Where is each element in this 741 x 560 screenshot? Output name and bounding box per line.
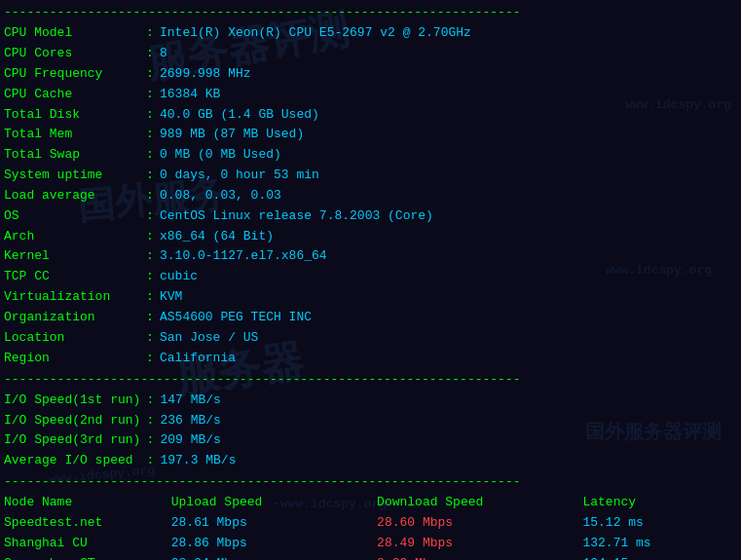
network-row: Speedtest.net 28.61 Mbps 28.60 Mbps 15.1… [4, 513, 737, 534]
sys-colon-12: : [140, 267, 160, 287]
net-latency-0: 15.12 ms [582, 513, 737, 534]
net-download-1: 28.49 Mbps [377, 534, 582, 554]
net-upload-1: 28.86 Mbps [171, 534, 377, 554]
io-info-row: I/O Speed(1st run) : 147 MB/s [4, 391, 737, 411]
sys-colon-14: : [140, 308, 160, 328]
system-info-row: Total Disk : 40.0 GB (1.4 GB Used) [4, 105, 737, 126]
io-info-row: Average I/O speed : 197.3 MB/s [4, 451, 737, 471]
net-latency-2: 194.15 ms [582, 554, 737, 560]
sys-colon-10: : [140, 227, 160, 247]
sys-colon-7: : [140, 166, 160, 186]
col-header-latency: Latency [582, 493, 737, 513]
divider-mid2: ----------------------------------------… [4, 473, 737, 491]
system-info-row: Organization : AS54600 PEG TECH INC [4, 308, 737, 328]
system-info-row: Load average : 0.08, 0.03, 0.03 [4, 186, 737, 206]
sys-label-8: Load average [4, 186, 140, 206]
sys-colon-9: : [140, 206, 160, 227]
divider-mid1: ----------------------------------------… [4, 371, 737, 389]
io-label-3: Average I/O speed [4, 451, 140, 471]
io-colon-2: : [140, 430, 160, 451]
io-colon-1: : [140, 411, 160, 431]
net-node-2: Guangzhou CT [4, 554, 171, 560]
sys-label-9: OS [4, 206, 140, 227]
system-info-row: Kernel : 3.10.0-1127.el7.x86_64 [4, 246, 737, 267]
system-info-table: CPU Model : Intel(R) Xeon(R) CPU E5-2697… [4, 23, 737, 368]
sys-colon-1: : [140, 44, 160, 64]
system-info-row: Total Swap : 0 MB (0 MB Used) [4, 145, 737, 166]
sys-label-16: Region [4, 349, 140, 369]
net-download-0: 28.60 Mbps [377, 513, 582, 534]
sys-value-8: 0.08, 0.03, 0.03 [160, 186, 737, 206]
sys-value-5: 989 MB (87 MB Used) [160, 125, 737, 145]
sys-value-3: 16384 KB [160, 85, 737, 105]
io-value-1: 236 MB/s [160, 411, 737, 431]
sys-value-0: Intel(R) Xeon(R) CPU E5-2697 v2 @ 2.70GH… [160, 23, 737, 44]
system-info-row: Virtualization : KVM [4, 287, 737, 308]
sys-value-11: 3.10.0-1127.el7.x86_64 [160, 246, 737, 267]
net-node-0: Speedtest.net [4, 513, 171, 534]
net-node-1: Shanghai CU [4, 534, 171, 554]
network-row: Guangzhou CT 28.94 Mbps 8.29 Mbps 194.15… [4, 554, 737, 560]
col-header-node: Node Name [4, 493, 171, 513]
sys-value-9: CentOS Linux release 7.8.2003 (Core) [160, 206, 737, 227]
sys-value-12: cubic [160, 267, 737, 287]
system-info-row: System uptime : 0 days, 0 hour 53 min [4, 166, 737, 186]
sys-colon-13: : [140, 287, 160, 308]
sys-colon-15: : [140, 328, 160, 349]
io-info-table: I/O Speed(1st run) : 147 MB/s I/O Speed(… [4, 391, 737, 471]
io-label-1: I/O Speed(2nd run) [4, 411, 140, 431]
divider-top: ----------------------------------------… [4, 4, 737, 21]
net-upload-2: 28.94 Mbps [171, 554, 377, 560]
system-info-row: CPU Cores : 8 [4, 44, 737, 64]
system-info-row: CPU Model : Intel(R) Xeon(R) CPU E5-2697… [4, 23, 737, 44]
io-info-row: I/O Speed(2nd run) : 236 MB/s [4, 411, 737, 431]
sys-label-4: Total Disk [4, 105, 140, 126]
system-info-row: Arch : x86_64 (64 Bit) [4, 227, 737, 247]
io-info-row: I/O Speed(3rd run) : 209 MB/s [4, 430, 737, 451]
io-value-0: 147 MB/s [160, 391, 737, 411]
sys-label-13: Virtualization [4, 287, 140, 308]
net-latency-1: 132.71 ms [582, 534, 737, 554]
io-label-0: I/O Speed(1st run) [4, 391, 140, 411]
sys-colon-2: : [140, 64, 160, 85]
sys-label-11: Kernel [4, 246, 140, 267]
system-info-row: TCP CC : cubic [4, 267, 737, 287]
sys-label-2: CPU Frequency [4, 64, 140, 85]
sys-value-16: California [160, 349, 737, 369]
main-container: ----------------------------------------… [0, 0, 741, 560]
sys-colon-6: : [140, 145, 160, 166]
network-header-row: Node Name Upload Speed Download Speed La… [4, 493, 737, 513]
sys-label-0: CPU Model [4, 23, 140, 44]
col-header-download: Download Speed [377, 493, 582, 513]
sys-label-1: CPU Cores [4, 44, 140, 64]
col-header-upload: Upload Speed [171, 493, 377, 513]
sys-colon-0: : [140, 23, 160, 44]
sys-value-14: AS54600 PEG TECH INC [160, 308, 737, 328]
network-table: Node Name Upload Speed Download Speed La… [4, 493, 737, 560]
system-info-row: CPU Cache : 16384 KB [4, 85, 737, 105]
sys-value-15: San Jose / US [160, 328, 737, 349]
sys-label-3: CPU Cache [4, 85, 140, 105]
system-info-row: Location : San Jose / US [4, 328, 737, 349]
system-info-row: Total Mem : 989 MB (87 MB Used) [4, 125, 737, 145]
system-info-row: Region : California [4, 349, 737, 369]
sys-colon-5: : [140, 125, 160, 145]
system-info-row: CPU Frequency : 2699.998 MHz [4, 64, 737, 85]
sys-colon-4: : [140, 105, 160, 126]
io-value-3: 197.3 MB/s [160, 451, 737, 471]
net-download-2: 8.29 Mbps [377, 554, 582, 560]
sys-value-6: 0 MB (0 MB Used) [160, 145, 737, 166]
sys-label-10: Arch [4, 227, 140, 247]
sys-value-7: 0 days, 0 hour 53 min [160, 166, 737, 186]
io-label-2: I/O Speed(3rd run) [4, 430, 140, 451]
sys-label-14: Organization [4, 308, 140, 328]
system-info-row: OS : CentOS Linux release 7.8.2003 (Core… [4, 206, 737, 227]
sys-label-12: TCP CC [4, 267, 140, 287]
sys-value-10: x86_64 (64 Bit) [160, 227, 737, 247]
sys-value-4: 40.0 GB (1.4 GB Used) [160, 105, 737, 126]
sys-value-2: 2699.998 MHz [160, 64, 737, 85]
sys-value-1: 8 [160, 44, 737, 64]
sys-colon-11: : [140, 246, 160, 267]
network-row: Shanghai CU 28.86 Mbps 28.49 Mbps 132.71… [4, 534, 737, 554]
sys-label-7: System uptime [4, 166, 140, 186]
